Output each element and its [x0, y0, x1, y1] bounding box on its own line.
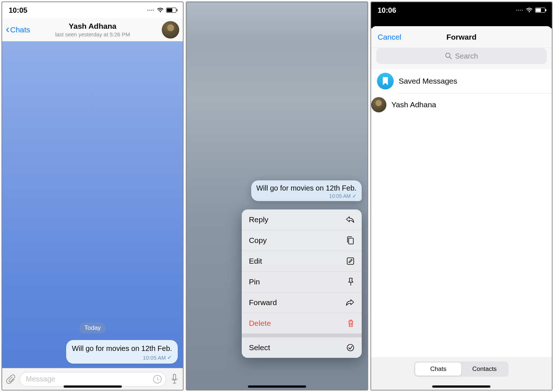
home-indicator[interactable]: [432, 385, 490, 388]
segment-chats[interactable]: Chats: [415, 363, 461, 376]
selected-message-bubble[interactable]: Will go for movies on 12th Feb. 10:05 AM…: [251, 180, 362, 201]
menu-edit[interactable]: Edit: [242, 251, 362, 272]
mic-button[interactable]: [170, 374, 179, 385]
back-label: Chats: [10, 25, 30, 34]
svg-line-6: [450, 57, 451, 59]
home-indicator[interactable]: [64, 385, 122, 388]
cellular-dots-icon: ••••: [147, 8, 155, 13]
wifi-icon: [526, 8, 533, 13]
trash-icon: [347, 319, 354, 328]
search-icon: [445, 52, 452, 60]
search-input[interactable]: Search: [376, 48, 547, 64]
context-menu: Reply Copy Edit Pin: [242, 209, 362, 358]
cellular-dots-icon: ••••: [516, 8, 523, 13]
chat-screen: 10:05 •••• ‹ Chats Yash Adhana last seen…: [1, 1, 184, 391]
cancel-button[interactable]: Cancel: [378, 33, 401, 41]
contact-name: Yash Adhana: [55, 22, 130, 31]
sheet-header: Cancel Forward: [371, 26, 552, 48]
chat-body[interactable]: Today Will go for movies on 12th Feb. 10…: [2, 41, 183, 368]
forward-sheet: Cancel Forward Search Saved Messages Yas…: [371, 26, 552, 390]
status-indicators: ••••: [516, 8, 545, 13]
row-label: Yash Adhana: [392, 100, 436, 109]
status-bar: 10:05 ••••: [2, 2, 183, 18]
edit-icon: [346, 257, 354, 265]
sent-check-icon: ✓: [352, 193, 357, 199]
pin-icon: [347, 277, 354, 286]
avatar: [371, 97, 386, 112]
copy-icon: [346, 236, 354, 245]
message-meta: 10:05 AM ✓: [256, 193, 357, 199]
avatar[interactable]: [162, 21, 179, 39]
message-text: Will go for movies on 12th Feb.: [256, 184, 357, 192]
svg-rect-3: [347, 258, 354, 264]
blurred-chat-bg[interactable]: Will go for movies on 12th Feb. 10:05 AM…: [186, 2, 367, 390]
chat-title[interactable]: Yash Adhana last seen yesterday at 5:26 …: [55, 22, 130, 37]
home-indicator[interactable]: [248, 385, 306, 388]
forward-target-list: Saved Messages Yash Adhana: [371, 69, 552, 357]
bookmark-icon: [377, 73, 394, 89]
row-contact[interactable]: Yash Adhana: [397, 93, 552, 116]
forward-arrow-icon: [346, 299, 354, 307]
menu-label: Edit: [249, 257, 262, 265]
menu-label: Pin: [249, 277, 260, 286]
menu-select[interactable]: Select: [242, 337, 362, 358]
chevron-left-icon: ‹: [6, 24, 9, 35]
attach-button[interactable]: [6, 374, 16, 384]
menu-pin[interactable]: Pin: [242, 272, 362, 292]
search-container: Search: [371, 48, 552, 69]
status-indicators: ••••: [147, 8, 177, 13]
menu-copy[interactable]: Copy: [242, 230, 362, 251]
menu-label: Reply: [249, 215, 269, 224]
context-menu-screen: Will go for movies on 12th Feb. 10:05 AM…: [186, 1, 368, 391]
paperclip-icon: [6, 374, 16, 384]
menu-label: Forward: [249, 298, 277, 307]
menu-label: Copy: [249, 236, 267, 245]
status-time: 10:05: [9, 6, 27, 15]
svg-rect-1: [173, 374, 176, 380]
select-circle-check-icon: [346, 344, 354, 352]
search-placeholder: Search: [455, 52, 478, 60]
menu-reply[interactable]: Reply: [242, 209, 362, 230]
message-text: Will go for movies on 12th Feb.: [72, 344, 172, 353]
back-button[interactable]: ‹ Chats: [6, 25, 30, 35]
message-meta: 10:05 AM ✓: [72, 354, 172, 361]
mic-icon: [170, 374, 179, 385]
menu-label: Delete: [249, 319, 271, 328]
row-saved-messages[interactable]: Saved Messages: [371, 69, 552, 93]
status-bar: 10:06 ••••: [371, 2, 552, 18]
date-pill: Today: [79, 323, 106, 333]
wifi-icon: [157, 8, 164, 13]
battery-icon: [535, 8, 545, 13]
menu-forward[interactable]: Forward: [242, 292, 362, 313]
menu-delete[interactable]: Delete: [242, 313, 362, 334]
row-label: Saved Messages: [399, 77, 457, 85]
sheet-footer: Chats Contacts: [371, 357, 552, 390]
sent-check-icon: ✓: [167, 354, 172, 361]
reply-arrow-icon: [346, 216, 354, 224]
svg-rect-2: [349, 238, 353, 244]
message-bubble[interactable]: Will go for movies on 12th Feb. 10:05 AM…: [66, 340, 178, 364]
message-placeholder: Message: [26, 375, 55, 383]
forward-sheet-screen: 10:06 •••• Cancel Forward Search Saved M…: [370, 1, 553, 391]
chat-nav-bar: ‹ Chats Yash Adhana last seen yesterday …: [2, 18, 183, 41]
status-time: 10:06: [378, 6, 396, 15]
sticker-clock-icon: [153, 375, 162, 384]
battery-icon: [166, 8, 176, 13]
message-time: 10:05 AM: [329, 193, 351, 199]
message-time: 10:05 AM: [143, 355, 166, 361]
segment-contacts[interactable]: Contacts: [461, 363, 507, 376]
message-input[interactable]: Message: [20, 372, 166, 387]
segment-control[interactable]: Chats Contacts: [414, 361, 509, 377]
menu-label: Select: [249, 343, 270, 352]
sheet-title: Forward: [446, 33, 477, 41]
svg-point-5: [446, 53, 450, 57]
menu-separator: [242, 334, 362, 337]
svg-point-4: [347, 344, 354, 351]
last-seen: last seen yesterday at 5:26 PM: [55, 31, 130, 37]
